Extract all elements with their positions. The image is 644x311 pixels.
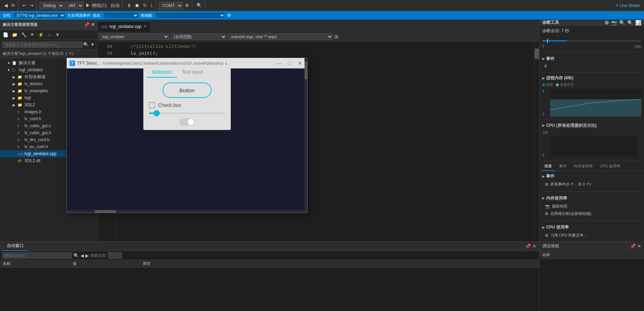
settings-icon[interactable]: ⚙ [604, 20, 609, 26]
heap-analysis-item[interactable]: ⊞ 启用堆分析(会影响性能) [542, 210, 641, 217]
sync-btn[interactable]: ↔ [46, 31, 53, 38]
collapse-btn[interactable]: ▼ [54, 31, 61, 38]
stack-dropdown[interactable] [155, 12, 225, 19]
arch-dropdown[interactable]: x64 [65, 2, 84, 9]
cpu-chart-svg [551, 136, 637, 157]
sim-slider-track[interactable] [149, 113, 225, 114]
camera-icon: 📷 [545, 204, 550, 209]
auto-window-tab[interactable]: 自动窗口 [3, 241, 28, 251]
bottom-search-input[interactable] [2, 252, 72, 259]
sim-tab-bar: Selectors Text input [143, 68, 231, 78]
pause-events-btn[interactable]: ⏸ [542, 63, 549, 69]
pause-btn[interactable]: ⏸ [126, 2, 133, 9]
editor-toolbar: lvgl_similator (全局范围) main(int argc, cha… [98, 32, 539, 42]
sim-checkbox-row: Check box [143, 102, 231, 108]
snapshot-dot [542, 84, 545, 86]
tab-summary[interactable]: 摘要 [541, 162, 556, 171]
sim-scrollbar-thumb[interactable] [305, 68, 307, 79]
tab-memory-usage[interactable]: 内存使用率 [570, 162, 596, 171]
undo-btn[interactable]: ↩ [21, 2, 28, 9]
process-dropdown[interactable]: [5776] lvgl_similator.exe [14, 12, 65, 19]
close-tab-icon[interactable]: ✕ [144, 24, 147, 29]
diag-tabs: 摘要 事件 内存使用率 CPU 使用率 [539, 162, 644, 171]
zoom-in-icon[interactable]: 🔍 [619, 20, 625, 26]
refresh-btn[interactable]: ⟳ [10, 2, 16, 9]
bottom-close-btn[interactable]: ✕ [532, 244, 536, 249]
tab-label: lvgl_similator.cpp [109, 24, 141, 29]
search-input[interactable] [2, 42, 83, 48]
com-settings-btn[interactable]: ⚙ [184, 2, 191, 9]
cpu-chart: CPU (所有处理器的百分比) 100 0 [539, 121, 644, 159]
scrollbar-thumb[interactable] [535, 49, 539, 59]
folder-icon-3: 📁 [17, 89, 23, 93]
search-btn[interactable]: 🔍 [195, 2, 203, 9]
close-sidebar-icon[interactable]: ✕ [91, 22, 95, 27]
redo-btn[interactable]: ↪ [28, 2, 35, 9]
debug-dropdown[interactable]: Debug [40, 2, 64, 9]
call-stack-pin-btn[interactable]: 📌 [630, 244, 636, 249]
scope-dropdown[interactable]: (全局范围) [171, 34, 227, 40]
sim-title-icon: T [70, 60, 75, 66]
properties-btn[interactable]: 🔧 [20, 31, 28, 38]
filter-btn[interactable]: ⚡ [37, 31, 45, 38]
back-btn[interactable]: ◀ [3, 2, 9, 9]
header-file-icon-3: h [17, 131, 23, 135]
sim-checkbox[interactable] [149, 102, 155, 108]
func-dropdown[interactable]: lvgl_similator [99, 34, 169, 40]
search-options-btn[interactable]: ▼ [90, 41, 95, 48]
zoom-out-icon[interactable]: 🔍 [627, 20, 633, 26]
sim-body: Selectors Text input Button Check box [67, 68, 307, 213]
sim-toggle[interactable] [179, 118, 195, 126]
exclusive-dot [556, 84, 559, 86]
bottom-next-btn[interactable]: ▶ [85, 253, 89, 258]
sim-slider-thumb[interactable] [153, 110, 160, 116]
diag-slider[interactable] [542, 40, 641, 42]
col-name-header: 名称 [0, 260, 70, 267]
auto-btn[interactable]: 自动 [109, 2, 121, 9]
sim-close-btn[interactable]: ✕ [295, 60, 305, 67]
sim-maximize-btn[interactable]: □ [285, 60, 294, 67]
bottom-pin-btn[interactable]: 📌 [525, 244, 531, 249]
live-share-button[interactable]: ↗ Live Share [612, 3, 643, 8]
sim-tab-selectors[interactable]: Selectors [147, 68, 177, 78]
sim-hscrollbar-thumb[interactable] [95, 210, 116, 213]
diag-divider-1 [542, 52, 641, 52]
pin-icon[interactable]: 📌 [84, 22, 90, 27]
code-line-49: /*Initialize LittlevGL*/ [120, 43, 530, 50]
events-content-header: 事件 [542, 173, 641, 179]
lifecycle-btn[interactable]: 生命周期事件 [67, 13, 91, 18]
sim-button[interactable]: Button [163, 82, 212, 98]
bottom-prev-btn[interactable]: ◀ [80, 253, 84, 258]
tab-cpu-usage[interactable]: CPU 使用率 [596, 162, 624, 171]
search-toolbar-group: 🔍 [194, 0, 205, 11]
bottom-search-btn[interactable]: 🔍 [73, 253, 79, 258]
sim-tab-text-input[interactable]: Text input [177, 68, 208, 78]
search-depth-input[interactable] [108, 252, 122, 259]
add-item-btn[interactable]: 📁 [10, 31, 19, 38]
show-all-btn[interactable]: 👁 [29, 31, 36, 38]
editor-expand-btn[interactable]: ⊞ [334, 34, 338, 39]
bottom-left: 自动窗口 📌 ✕ 🔍 ◀ ▶ 搜索深度: 名称 值 类型 [0, 241, 539, 311]
step-over-btn[interactable]: ⤵ [149, 2, 154, 9]
editor-scrollbar[interactable] [534, 42, 539, 241]
col-type-header: 类型 [140, 260, 539, 267]
editor-tab-active[interactable]: cpp lvgl_similator.cpp ✕ [98, 21, 150, 31]
screenshot-icon[interactable]: 📷 [611, 20, 617, 26]
com-dropdown[interactable]: COM7 [159, 2, 183, 9]
continue-btn[interactable]: ▶ 继续(C) [84, 2, 108, 9]
new-solution-btn[interactable]: 📄 [1, 31, 10, 38]
restart-btn[interactable]: ↻ [142, 2, 148, 9]
tab-events[interactable]: 事件 [556, 162, 570, 171]
chart-icon[interactable]: 📊 [635, 20, 641, 26]
call-stack-close-btn[interactable]: ✕ [637, 244, 641, 249]
thread-dropdown[interactable] [103, 12, 138, 19]
screenshot-btn-item[interactable]: 📷 截取快照 [542, 203, 641, 210]
cpu-chart-area [551, 136, 641, 158]
stop-btn[interactable]: ⏹ [134, 2, 141, 9]
events-count-item[interactable]: ⊞ 所有事件(0 个，共 0 个) [542, 181, 641, 188]
func-name-dropdown[interactable]: main(int argc, char ** argv) [228, 34, 333, 40]
cpu-details-item[interactable]: ⊞ 习用 CPU 列看文件... [542, 232, 641, 239]
stack-filter-btn[interactable]: ⚙ [227, 13, 231, 18]
sim-minimize-btn[interactable]: — [274, 60, 284, 67]
search-submit-btn[interactable]: 🔍 [83, 41, 90, 48]
